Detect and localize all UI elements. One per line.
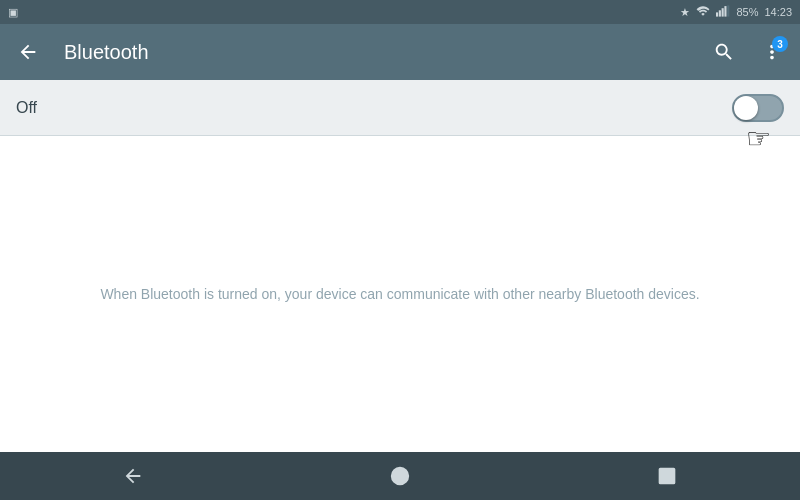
bluetooth-info-text: When Bluetooth is turned on, your device… [100, 286, 699, 302]
svg-rect-0 [716, 12, 718, 16]
bluetooth-setting-row: Off ☞ [0, 80, 800, 136]
status-bar-right: ★ 85% 14:23 [680, 5, 792, 19]
bluetooth-state-label: Off [16, 99, 732, 117]
status-time: 14:23 [764, 6, 792, 18]
app-bar-actions: 3 [704, 32, 792, 72]
status-bar: ▣ ★ 85% 14:23 [0, 0, 800, 24]
toggle-container: ☞ [732, 94, 784, 122]
svg-rect-6 [659, 469, 674, 484]
page-title: Bluetooth [64, 41, 688, 64]
battery-indicator: 85% [736, 6, 758, 18]
main-content: When Bluetooth is turned on, your device… [0, 136, 800, 452]
signal-icon [716, 5, 730, 19]
status-bar-left: ▣ [8, 6, 18, 19]
svg-rect-4 [728, 5, 730, 16]
nav-bar [0, 452, 800, 500]
toggle-thumb [734, 96, 758, 120]
screen-icon: ▣ [8, 6, 18, 19]
recent-nav-button[interactable] [627, 452, 707, 500]
back-button[interactable] [8, 32, 48, 72]
app-bar: Bluetooth 3 [0, 24, 800, 80]
home-nav-button[interactable] [360, 452, 440, 500]
notification-badge: 3 [772, 36, 788, 52]
svg-rect-3 [725, 6, 727, 17]
more-options-button[interactable]: 3 [752, 32, 792, 72]
svg-rect-1 [719, 10, 721, 16]
wifi-icon [696, 5, 710, 19]
search-button[interactable] [704, 32, 744, 72]
bluetooth-toggle[interactable] [732, 94, 784, 122]
star-icon: ★ [680, 6, 690, 19]
back-nav-button[interactable] [93, 452, 173, 500]
svg-rect-2 [722, 8, 724, 16]
svg-point-5 [392, 468, 409, 485]
